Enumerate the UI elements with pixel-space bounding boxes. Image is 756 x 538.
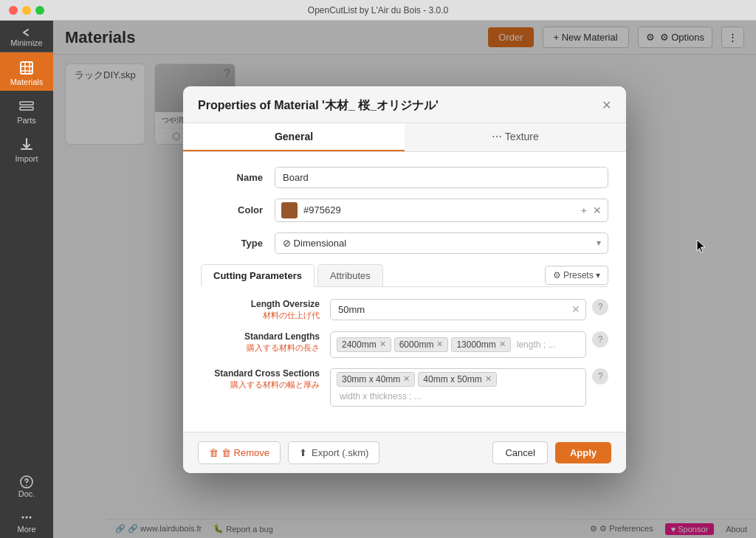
- remove-button[interactable]: 🗑 🗑 Remove: [198, 441, 281, 464]
- standard-lengths-tag-input[interactable]: 2400mm ✕ 6000mm ✕ 13000mm: [330, 331, 586, 358]
- color-actions[interactable]: + ✕: [581, 204, 602, 216]
- clear-color-icon[interactable]: ✕: [593, 204, 602, 216]
- length-oversize-clear-icon[interactable]: ✕: [571, 303, 580, 315]
- sidebar-item-label-materials: Materials: [10, 77, 44, 86]
- window-controls[interactable]: [9, 6, 44, 15]
- svg-point-5: [22, 517, 24, 519]
- tag-13000mm-remove[interactable]: ✕: [499, 339, 506, 349]
- remove-label: 🗑 Remove: [221, 447, 269, 458]
- tag-40x50: 40mm x 50mm ✕: [418, 372, 496, 387]
- length-oversize-label: Length Oversize: [201, 299, 320, 309]
- sidebar: Minimize Materials Parts Import: [0, 21, 53, 538]
- sidebar-item-more[interactable]: More: [0, 503, 53, 538]
- sidebar-item-import[interactable]: Import: [0, 129, 53, 168]
- import-icon: [18, 137, 35, 153]
- modal-header: Properties of Material '木材_ 桜_オリジナル' ✕: [183, 86, 626, 123]
- cutting-params-section: Length Oversize 材料の仕上げ代 ✕ ?: [201, 299, 608, 407]
- length-oversize-help-icon[interactable]: ?: [592, 299, 608, 315]
- type-label: Type: [201, 238, 275, 249]
- more-dots-icon: [19, 510, 34, 525]
- standard-lengths-labels: Standard Lengths 購入する材料の長さ: [201, 331, 330, 354]
- doc-label: Doc.: [18, 489, 35, 498]
- maximize-button[interactable]: [35, 6, 44, 15]
- modal-body: Name Color #975629 + ✕: [183, 152, 626, 432]
- close-button[interactable]: [9, 6, 18, 15]
- sidebar-item-materials[interactable]: Materials: [0, 52, 53, 91]
- color-label: Color: [201, 204, 275, 215]
- trash-icon: 🗑: [209, 447, 219, 458]
- color-swatch: [281, 202, 298, 218]
- modal-footer: 🗑 🗑 Remove ⬆ Export (.skm) Cancel Apply: [183, 432, 626, 473]
- titlebar: OpenCutList by L'Air du Bois - 3.0.0: [0, 0, 756, 21]
- sidebar-item-minimize[interactable]: Minimize: [0, 21, 53, 52]
- export-button[interactable]: ⬆ Export (.skm): [288, 441, 379, 464]
- tag-30x40: 30mm x 40mm ✕: [337, 372, 415, 387]
- svg-rect-2: [20, 107, 33, 110]
- export-icon: ⬆: [299, 447, 307, 458]
- modal-tab-bar: General ⋯ Texture: [183, 123, 626, 152]
- presets-button[interactable]: ⚙ Presets ▾: [545, 266, 608, 285]
- sidebar-item-label-parts: Parts: [17, 116, 36, 125]
- length-oversize-sublabel: 材料の仕上げ代: [201, 310, 320, 321]
- length-oversize-labels: Length Oversize 材料の仕上げ代: [201, 299, 330, 321]
- length-oversize-input-area: ✕: [330, 299, 586, 320]
- apply-button[interactable]: Apply: [555, 442, 611, 463]
- standard-cross-sections-label: Standard Cross Sections: [201, 368, 320, 379]
- question-icon: [19, 475, 34, 489]
- standard-cross-sections-sublabel: 購入する材料の幅と厚み: [201, 379, 320, 390]
- modal-close-button[interactable]: ✕: [602, 100, 611, 111]
- name-input[interactable]: [275, 167, 608, 188]
- type-row: Type ⊘ Dimensional Sheet Good Solid Wood…: [201, 232, 608, 254]
- svg-point-6: [26, 517, 28, 519]
- tab-general[interactable]: General: [183, 123, 405, 151]
- chevron-left-icon: [21, 28, 32, 37]
- sidebar-item-doc[interactable]: Doc.: [0, 467, 53, 503]
- modal-backdrop: Properties of Material '木材_ 桜_オリジナル' ✕ G…: [53, 21, 756, 538]
- tab-attributes[interactable]: Attributes: [317, 264, 383, 286]
- cancel-button[interactable]: Cancel: [492, 441, 547, 464]
- name-row: Name: [201, 167, 608, 188]
- main-content: Materials Order + New Material ⚙ ⚙ Optio…: [53, 21, 756, 538]
- standard-cross-sections-placeholder: width x thickness ; ...: [337, 390, 425, 403]
- window-title: OpenCutList by L'Air du Bois - 3.0.0: [308, 5, 448, 15]
- svg-rect-1: [20, 102, 33, 105]
- tag-2400mm: 2400mm ✕: [337, 337, 391, 352]
- tag-2400mm-remove[interactable]: ✕: [379, 339, 386, 349]
- standard-cross-sections-tag-input[interactable]: 30mm x 40mm ✕ 40mm x 50mm ✕ width x thic…: [330, 368, 586, 407]
- color-value: #975629: [303, 204, 575, 215]
- length-oversize-input[interactable]: [330, 299, 586, 320]
- tag-6000mm: 6000mm ✕: [394, 337, 449, 352]
- tag-6000mm-remove[interactable]: ✕: [436, 339, 443, 349]
- sidebar-item-label-import: Import: [15, 154, 38, 163]
- tab-texture[interactable]: ⋯ Texture: [405, 123, 626, 151]
- type-select[interactable]: ⊘ Dimensional Sheet Good Solid Wood: [275, 232, 608, 254]
- tag-30x40-remove[interactable]: ✕: [403, 374, 410, 384]
- svg-point-4: [26, 485, 27, 486]
- standard-lengths-placeholder: length ; ...: [514, 338, 559, 351]
- modal-title: Properties of Material '木材_ 桜_オリジナル': [198, 98, 439, 114]
- svg-point-7: [30, 517, 32, 519]
- add-color-icon[interactable]: +: [581, 204, 587, 216]
- length-oversize-row: Length Oversize 材料の仕上げ代 ✕ ?: [201, 299, 608, 321]
- tag-40x50-remove[interactable]: ✕: [485, 374, 492, 384]
- standard-lengths-sublabel: 購入する材料の長さ: [201, 342, 320, 354]
- color-row: Color #975629 + ✕: [201, 199, 608, 222]
- more-label: More: [17, 525, 35, 534]
- sidebar-item-parts[interactable]: Parts: [0, 91, 53, 129]
- tab-cutting-parameters[interactable]: Cutting Parameters: [201, 264, 315, 287]
- standard-cross-sections-input-area[interactable]: 30mm x 40mm ✕ 40mm x 50mm ✕ width x thic…: [330, 368, 586, 407]
- standard-lengths-help-icon[interactable]: ?: [592, 331, 608, 348]
- standard-lengths-input-area[interactable]: 2400mm ✕ 6000mm ✕ 13000mm: [330, 331, 586, 358]
- modal-dialog: Properties of Material '木材_ 桜_オリジナル' ✕ G…: [183, 86, 626, 473]
- standard-cross-sections-help-icon[interactable]: ?: [592, 368, 608, 384]
- materials-icon: [18, 60, 35, 76]
- minimize-button[interactable]: [22, 6, 31, 15]
- standard-cross-sections-labels: Standard Cross Sections 購入する材料の幅と厚み: [201, 368, 330, 390]
- name-label: Name: [201, 172, 275, 183]
- svg-rect-0: [21, 62, 32, 74]
- standard-lengths-label: Standard Lengths: [201, 331, 320, 342]
- type-select-wrapper[interactable]: ⊘ Dimensional Sheet Good Solid Wood ▾: [275, 232, 608, 254]
- parts-icon: [18, 98, 35, 114]
- standard-lengths-row: Standard Lengths 購入する材料の長さ 2400mm ✕: [201, 331, 608, 358]
- color-field[interactable]: #975629 + ✕: [275, 199, 608, 222]
